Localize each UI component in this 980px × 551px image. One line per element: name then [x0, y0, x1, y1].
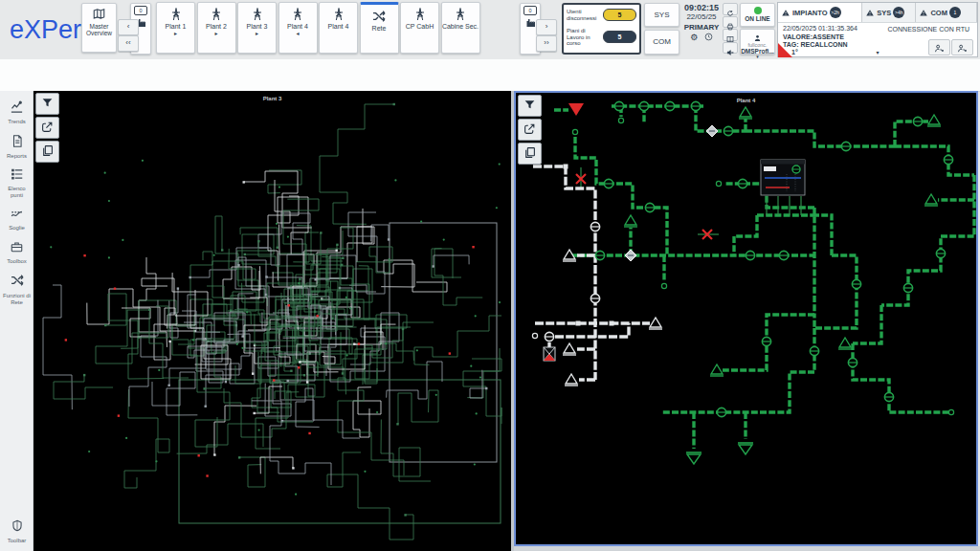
scroll-right-button[interactable]: ›	[536, 19, 557, 35]
app-logo: eXPert	[10, 15, 89, 45]
plant-button-rete[interactable]: Rete	[360, 2, 399, 54]
plant-button-plant-1[interactable]: Plant 1▸	[156, 2, 195, 54]
system-time: 09:02:15	[682, 3, 721, 12]
com-label: COM	[653, 37, 671, 46]
submenu-arrow: ▸	[238, 31, 276, 37]
plant-button-label: Rete	[361, 25, 398, 33]
warning-triangle-icon	[781, 4, 791, 21]
alarm-tab-com[interactable]: COM1	[916, 3, 977, 22]
filter-button[interactable]	[518, 95, 542, 117]
sidebar-item-trends[interactable]: Trends	[0, 99, 33, 125]
alarm-detail: 22/05/2025 01:31:35.364 VALORE:ASSENTE T…	[778, 23, 977, 57]
funnel-icon	[41, 96, 54, 112]
open-external-button[interactable]	[35, 117, 59, 139]
alarm-severity-corner	[778, 43, 792, 57]
pages-copy-icon	[523, 145, 536, 162]
panel-right-tools	[518, 95, 542, 166]
audio-mute-button[interactable]	[723, 42, 738, 55]
scroll-right-fast-button[interactable]: ››	[536, 35, 557, 52]
network-panel-right: Plant 4	[514, 91, 978, 546]
scroll-left-button[interactable]: ‹	[118, 19, 139, 35]
disconnected-users-label: Utenti disconnessi	[567, 9, 603, 21]
factory-right-badge: 0	[523, 6, 537, 15]
alarm-tab-label: IMPIANTO	[792, 9, 828, 17]
transmission-tower-icon	[401, 7, 438, 22]
warning-triangle-icon	[865, 4, 875, 21]
alarm-tab-badge: 1	[949, 7, 961, 18]
alarm-tag: TAG: RECALLCONN	[783, 41, 848, 48]
sidebar-item-funzioni-di-rete[interactable]: Funzioni di Rete	[0, 273, 33, 305]
alarm-tabs: IMPIANTO>2hSYS>4hCOM1	[778, 3, 977, 23]
online-label: ON LINE	[741, 15, 774, 22]
master-overview-label: Master Overview	[82, 23, 116, 36]
chevron-double-left-icon: ‹‹	[125, 38, 130, 47]
scroll-left-fast-button[interactable]: ‹‹	[118, 35, 139, 52]
submenu-arrow: ◂	[279, 31, 317, 37]
speaker-muted-icon	[726, 43, 734, 59]
network-diagram-left[interactable]	[33, 91, 511, 551]
plant-button-label: CP CabH	[401, 23, 438, 31]
system-date: 22/05/25	[682, 12, 721, 22]
gear-icon[interactable]: ⚙	[690, 33, 698, 43]
alarm-tab-label: COM	[930, 9, 947, 17]
sidebar-item-elenco-punti[interactable]: Elenco punti	[0, 167, 33, 198]
acknowledge-all-icon	[957, 40, 968, 56]
transmission-tower-icon	[442, 7, 479, 22]
sidebar-item-label: Toolbar	[0, 538, 33, 544]
top-toolbar: eXPert Master Overview ‹ ‹‹ 0 Plant 1▸Pl…	[0, 0, 980, 60]
submenu-arrow: ▸	[157, 31, 194, 37]
sidebar-item-soglie[interactable]: Soglie	[0, 207, 33, 231]
alarm-value: VALORE:ASSENTE	[783, 33, 844, 40]
plant-button-plant-2[interactable]: Plant 2▸	[197, 2, 236, 54]
sidebar-item-toolbar[interactable]: Toolbar	[0, 518, 33, 544]
clock-icon[interactable]	[704, 33, 713, 43]
navigation-bar: SDI Plant 4 | Rete	[0, 59, 980, 92]
open-external-button[interactable]	[518, 119, 542, 141]
alarm-ack-button[interactable]	[928, 39, 950, 55]
alarm-timestamp: 22/05/2025 01:31:35.364	[783, 25, 858, 32]
plant-button-plant-3[interactable]: Plant 3▸	[237, 2, 277, 54]
plant-button-plant-4[interactable]: Plant 4	[319, 2, 358, 54]
online-indicator-dot	[754, 7, 762, 14]
sidebar-item-label: Trends	[0, 119, 33, 125]
reports-icon	[11, 135, 24, 151]
trends-icon	[10, 100, 24, 117]
transmission-tower-icon	[238, 7, 276, 22]
master-overview-button[interactable]: Master Overview	[81, 3, 117, 53]
copy-view-button[interactable]	[35, 141, 59, 163]
transmission-tower-icon	[320, 7, 357, 22]
sys-button[interactable]: SYS	[644, 3, 679, 27]
layout-split-button[interactable]	[723, 29, 738, 41]
user-profile-card[interactable]: fullconc. DMSProfi... ▾	[740, 29, 775, 55]
print-button[interactable]	[723, 16, 738, 29]
sidebar-item-label: Elenco punti	[0, 186, 33, 198]
plant-button-label: Plant 1	[157, 23, 194, 31]
alarm-tab-badge: >4h	[893, 7, 904, 18]
chevron-left-icon: ‹	[127, 22, 130, 31]
alarm-tab-badge: >2h	[830, 7, 841, 18]
plant-button-label: Plant 3	[238, 23, 276, 31]
alarm-ack-all-button[interactable]	[951, 39, 973, 55]
network-diagram-right[interactable]	[516, 93, 976, 544]
refresh-button[interactable]	[723, 3, 738, 15]
acknowledge-user-icon	[934, 40, 945, 56]
sidebar-item-reports[interactable]: Reports	[0, 134, 33, 160]
com-button[interactable]: COM	[644, 30, 679, 55]
plant-button-plant-4[interactable]: Plant 4◂	[278, 2, 318, 54]
alarm-tab-sys[interactable]: SYS>4h	[862, 3, 916, 22]
filter-button[interactable]	[35, 93, 59, 115]
plant-button-cabine-sec-[interactable]: Cabine Sec.	[441, 2, 480, 54]
plant-button-label: Plant 4	[279, 23, 317, 31]
toolbox-icon	[10, 240, 24, 256]
alarm-message: CONNESSIONE CON RTU	[888, 26, 969, 33]
copy-view-button[interactable]	[518, 143, 542, 165]
alarm-dropdown-icon[interactable]: ▾	[876, 49, 879, 55]
shuffle-icon	[361, 9, 398, 24]
clock-panel: 09:02:15 22/05/25 PRIMARY ⚙	[682, 3, 721, 55]
plant-button-cp-cabh[interactable]: CP CabH	[400, 2, 439, 54]
warning-triangle-icon	[919, 4, 928, 21]
alarm-banner: IMPIANTO>2hSYS>4hCOM1 22/05/2025 01:31:3…	[777, 2, 978, 57]
alarm-tab-impianto[interactable]: IMPIANTO>2h	[778, 3, 862, 22]
sidebar-item-toolbox[interactable]: Toolbox	[0, 240, 33, 265]
transmission-tower-icon	[279, 7, 317, 22]
